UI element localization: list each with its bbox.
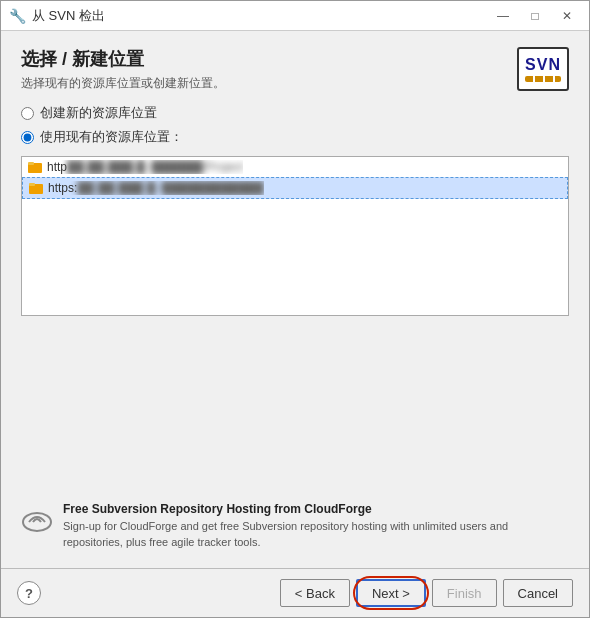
close-button[interactable]: ✕ [553,5,581,27]
repo-url-2: https:██ ██ ███ █ /████████████ [48,181,264,195]
footer: ? < Back Next > Finish Cancel [1,568,589,617]
repo-list[interactable]: http██.██.███.█ /██████/Project https:██… [21,156,569,316]
title-bar: 🔧 从 SVN 检出 — □ ✕ [1,1,589,31]
header-left: 选择 / 新建位置 选择现有的资源库位置或创建新位置。 [21,47,225,92]
cloudforge-title: Free Subversion Repository Hosting from … [63,502,569,516]
list-item[interactable]: http██.██.███.█ /██████/Project [22,157,568,177]
svg-rect-3 [29,183,35,186]
main-content: 选择 / 新建位置 选择现有的资源库位置或创建新位置。 SVN 创建新的资源库位… [1,31,589,568]
list-item[interactable]: https:██ ██ ███ █ /████████████ [22,177,568,199]
page-title: 选择 / 新建位置 [21,47,225,71]
svg-point-4 [23,513,51,531]
cancel-button[interactable]: Cancel [503,579,573,607]
cloudforge-description: Sign-up for CloudForge and get free Subv… [63,519,569,550]
svn-logo-text: SVN [525,57,561,73]
create-new-radio[interactable] [21,107,34,120]
header-area: 选择 / 新建位置 选择现有的资源库位置或创建新位置。 SVN [21,47,569,92]
minimize-button[interactable]: — [489,5,517,27]
svn-logo-decoration [525,76,561,82]
page-subtitle: 选择现有的资源库位置或创建新位置。 [21,75,225,92]
repo-url-1: http██.██.███.█ /██████/Project [47,160,243,174]
svn-logo: SVN [517,47,569,91]
next-button[interactable]: Next > [356,579,426,607]
svn-checkout-window: 🔧 从 SVN 检出 — □ ✕ 选择 / 新建位置 选择现有的资源库位置或创建… [0,0,590,618]
cloudforge-text: Free Subversion Repository Hosting from … [63,502,569,550]
title-bar-title: 从 SVN 检出 [32,7,489,25]
help-icon: ? [25,586,33,601]
cloudforge-icon [21,502,53,534]
cloudforge-section: Free Subversion Repository Hosting from … [21,494,569,558]
location-options: 创建新的资源库位置 使用现有的资源库位置： [21,104,569,146]
use-existing-label: 使用现有的资源库位置： [40,128,183,146]
folder-icon [29,181,43,195]
footer-left: ? [17,581,41,605]
use-existing-radio[interactable] [21,131,34,144]
back-button[interactable]: < Back [280,579,350,607]
title-bar-icon: 🔧 [9,8,26,24]
title-bar-controls: — □ ✕ [489,5,581,27]
create-new-option[interactable]: 创建新的资源库位置 [21,104,569,122]
create-new-label: 创建新的资源库位置 [40,104,157,122]
help-button[interactable]: ? [17,581,41,605]
maximize-button[interactable]: □ [521,5,549,27]
folder-icon [28,160,42,174]
use-existing-option[interactable]: 使用现有的资源库位置： [21,128,569,146]
footer-right: < Back Next > Finish Cancel [280,579,573,607]
finish-button[interactable]: Finish [432,579,497,607]
svg-rect-1 [28,162,34,165]
